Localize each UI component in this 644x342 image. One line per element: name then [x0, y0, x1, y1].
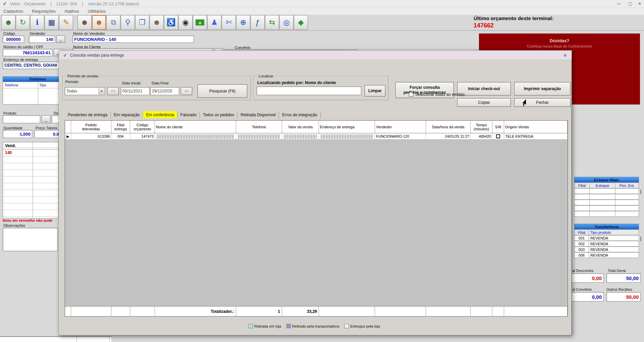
dialog-title: Consulta vendas para entrega: [70, 53, 124, 58]
menu-requisicoes[interactable]: Requisições: [32, 9, 56, 14]
localizar-groupbox: Localizar Localizando pedido por: Nome d…: [254, 76, 388, 100]
data-inicial-field[interactable]: 05/11/2021: [121, 87, 150, 95]
nome-vendedor-field[interactable]: FUNCIONARIO - 140: [72, 36, 194, 43]
items-grid[interactable]: Vend. 140: [3, 142, 59, 218]
accessibility-icon-button[interactable]: ♿: [164, 15, 178, 30]
convenio-total-label: al Convênio: [572, 287, 592, 291]
total-cell-tempo: [471, 306, 492, 316]
function-f-icon-button[interactable]: ƒ: [251, 15, 265, 30]
convenio-total-value: 0,00: [568, 292, 604, 301]
dialog-close-icon[interactable]: ✕: [562, 53, 568, 58]
imprimir-separacao-button[interactable]: Imprimir separação: [514, 82, 571, 95]
search-icon-button[interactable]: ⚲: [121, 15, 135, 30]
dialog-logo-icon: ✓: [63, 52, 67, 58]
menu-atalhos[interactable]: Atalhos: [64, 9, 79, 14]
quantidade-field[interactable]: 1,000: [3, 130, 32, 138]
brazil-flag-icon-button[interactable]: ◆: [193, 15, 207, 30]
observacoes-field[interactable]: [3, 228, 58, 251]
banner-subtitle: Conheça nossa Base de Conhecimento: [479, 44, 640, 48]
stock-cell: [615, 200, 639, 205]
customer-icon-button[interactable]: ☻: [150, 15, 164, 30]
transfer-row[interactable]: 002REVENDA: [574, 241, 639, 247]
tab-erros-de-integracao[interactable]: Erros de integração: [279, 111, 321, 118]
tab-faturado[interactable]: Faturado: [177, 111, 200, 118]
minimize-button[interactable]: —: [614, 0, 624, 7]
transfer-column-filial: Filial: [574, 229, 589, 235]
tab-em-separacao[interactable]: Em separação: [111, 111, 143, 118]
periodo-select[interactable]: Todas ▼: [65, 87, 105, 95]
previous-period-button[interactable]: <<: [107, 87, 119, 95]
transfer-row[interactable]: 006REVENDA: [574, 252, 639, 258]
clients-photo-icon-button[interactable]: ☻: [92, 15, 106, 30]
client-add-icon-button[interactable]: ☻: [1, 15, 15, 30]
menu-utilitarios[interactable]: Utilitários: [88, 9, 105, 14]
grid-header-data: Data/hora da venda: [426, 121, 471, 133]
stock-scrollbar[interactable]: [640, 190, 641, 194]
clients-group-icon-button[interactable]: ☻: [77, 15, 92, 30]
localizar-input[interactable]: [257, 86, 361, 95]
copy-document-icon-button[interactable]: ⧉: [106, 15, 120, 30]
grid-header-row: PedidotelevendasFilialentregaCódigoorçam…: [65, 121, 568, 133]
person-run-icon-button[interactable]: ♟: [207, 15, 221, 30]
grid-header-text: Data/hora da venda: [432, 125, 465, 129]
transfer-cell: 006: [574, 252, 589, 258]
clients-photo-icon: ☻: [95, 19, 103, 26]
data-final-field[interactable]: 29/12/2025: [150, 87, 179, 95]
transfer-cell: REVENDA: [589, 241, 639, 247]
close-button[interactable]: ✕: [635, 0, 644, 7]
stock-cell: [590, 211, 615, 217]
tab-todos-os-pedidos[interactable]: Todos os pedidos: [200, 111, 237, 118]
grid-header-text: Endereço de entrega: [320, 125, 355, 129]
produto-lookup-button[interactable]: ...: [42, 115, 50, 123]
transfer-row[interactable]: 001REVENDA: [574, 235, 639, 241]
total-cell-sn: [492, 306, 504, 316]
iniciar-checkout-button[interactable]: Iniciar check-out: [457, 82, 511, 95]
fechar-button[interactable]: Fechar: [514, 98, 571, 107]
refresh-icon-button[interactable]: ⇆: [265, 15, 279, 30]
transfer-row[interactable]: 003REVENDA: [574, 247, 639, 252]
brazil-flag-icon: ◆: [196, 19, 204, 25]
transfer-scrollbar[interactable]: [640, 236, 641, 241]
dialog-titlebar[interactable]: ✓ Consulta vendas para entrega ✕: [60, 51, 572, 59]
info-icon-button[interactable]: ℹ: [30, 15, 44, 30]
row-checkbox[interactable]: [496, 134, 500, 138]
brazil-map-icon-button[interactable]: ◆: [294, 15, 308, 30]
maximize-button[interactable]: ▢: [625, 0, 635, 7]
edit-pencil-icon-button[interactable]: ✎: [59, 15, 73, 30]
grid-header-text: televendas: [82, 127, 100, 131]
web-order-globe-icon-button[interactable]: ◉: [178, 15, 193, 30]
brazil-map-icon: ◆: [298, 19, 304, 26]
sync-icon-button[interactable]: ↻: [16, 15, 30, 30]
chevron-down-icon[interactable]: ▼: [99, 88, 104, 94]
stock-cell: [574, 188, 590, 194]
next-period-button[interactable]: >>: [181, 87, 192, 95]
ring-icon-button[interactable]: ◎: [279, 15, 293, 30]
select-all-checkbox[interactable]: [409, 92, 413, 96]
limpar-button[interactable]: Limpar: [365, 85, 385, 96]
grid-cell-filial: 004: [111, 133, 130, 139]
produto-field[interactable]: [3, 115, 40, 123]
grid-header-codigo: Códigoorçamento: [130, 121, 155, 133]
tab-pendentes-de-entrega[interactable]: Pendentes de entrega: [65, 111, 111, 118]
table-row[interactable]: ▶613396004147473FUNCIONARIO-12024/01/25 …: [65, 133, 568, 140]
catalog-book-icon-button[interactable]: ❒: [135, 15, 149, 30]
add-circle-icon-button[interactable]: ⊕: [236, 15, 250, 30]
transfer-cell: REVENDA: [589, 247, 639, 252]
save-icon-button[interactable]: ▦: [45, 15, 59, 30]
grid-header-telefone: Telefone: [236, 121, 282, 133]
codigo-field[interactable]: 000000: [3, 36, 24, 43]
stock-row: [574, 200, 639, 205]
menu-cadastros[interactable]: Cadastros: [3, 9, 23, 14]
vendedor-field[interactable]: 140: [29, 36, 55, 43]
pesquisar-button[interactable]: Pesquisar (F6): [198, 84, 247, 98]
legend-item-entregue-pela-loja: Entregue pela loja: [344, 324, 380, 328]
copiar-button[interactable]: Copiar: [457, 98, 511, 107]
scissors-icon-button[interactable]: ✄: [222, 15, 236, 30]
catalog-book-icon: ❒: [139, 19, 146, 26]
tab-em-conferencia[interactable]: Em conferência: [143, 111, 177, 118]
consulta-vendas-dialog: ✓ Consulta vendas para entrega ✕ Período…: [59, 50, 572, 336]
tab-retirada-disponivel[interactable]: Retirada Disponível: [237, 111, 279, 118]
vendedor-lookup-button[interactable]: ...: [56, 36, 65, 43]
cpf-field[interactable]: 766134343-61: [3, 49, 52, 56]
sales-grid[interactable]: PedidotelevendasFilialentregaCódigoorçam…: [65, 120, 568, 317]
